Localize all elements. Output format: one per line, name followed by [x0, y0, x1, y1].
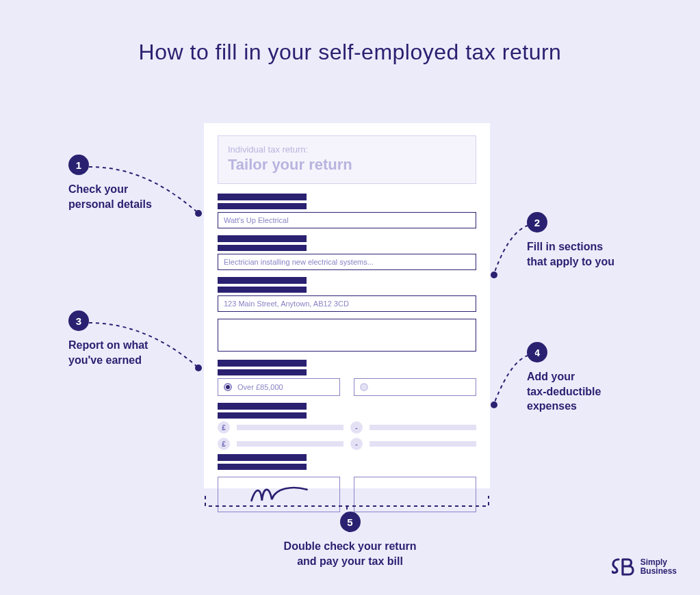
amount-bar: [370, 441, 476, 447]
svg-point-1: [195, 365, 202, 371]
page-title: How to fill in your self-employed tax re…: [0, 40, 700, 65]
currency-chip: £: [218, 421, 230, 434]
step-badge: 1: [68, 155, 89, 175]
step-badge: 3: [68, 310, 89, 331]
form-header-title: Tailor your return: [228, 156, 466, 174]
redaction-bar: [218, 454, 307, 461]
brand-logo: Simply Business: [612, 558, 677, 576]
infographic-canvas: How to fill in your self-employed tax re…: [0, 0, 700, 595]
amount-row: £ -: [218, 438, 476, 450]
step-2-callout: 2 Fill in sectionsthat apply to you: [527, 212, 643, 269]
svg-point-2: [491, 272, 497, 278]
redaction-bar: [218, 369, 307, 375]
radio-dot-filled-icon: [224, 383, 232, 391]
redaction-bar: [218, 412, 307, 419]
svg-point-3: [491, 401, 497, 408]
redaction-bar: [218, 403, 307, 410]
radio-option-empty: [354, 378, 476, 396]
redaction-bar: [218, 464, 307, 470]
step-4-callout: 4 Add yourtax-deductibleexpenses: [527, 342, 650, 414]
amount-bar: [237, 441, 343, 447]
signature-box: [218, 477, 340, 512]
step-5-callout: 5 Double check your returnand pay your t…: [0, 512, 700, 568]
redaction-bar: [218, 277, 307, 284]
address-field: 123 Main Street, Anytown, AB12 3CD: [218, 295, 476, 312]
form-header: Individual tax return: Tailor your retur…: [218, 135, 476, 184]
amount-row: £ -: [218, 421, 476, 434]
signature-icon: [248, 482, 310, 507]
radio-option-selected: Over £85,000: [218, 378, 340, 396]
amount-bar: [237, 425, 343, 430]
empty-text-box: [218, 319, 476, 352]
step-badge: 5: [340, 512, 361, 532]
step-text: Check yourpersonal details: [68, 182, 178, 211]
step-3-callout: 3 Report on whatyou've earned: [68, 310, 185, 367]
description-field: Electrician installing new electrical sy…: [218, 254, 476, 270]
redaction-bar: [218, 287, 307, 293]
step-1-callout: 1 Check yourpersonal details: [68, 155, 178, 211]
step-text: Add yourtax-deductibleexpenses: [527, 369, 650, 414]
radio-dot-empty-icon: [360, 383, 368, 391]
brand-initials: [612, 558, 635, 576]
brand-name: Simply Business: [640, 558, 677, 576]
redaction-bar: [218, 203, 307, 209]
radio-label: Over £85,000: [237, 383, 283, 391]
step-badge: 2: [527, 212, 547, 233]
redaction-bar: [218, 360, 307, 367]
currency-chip: £: [218, 438, 230, 450]
business-name-field: Watt's Up Electrical: [218, 212, 476, 228]
form-header-subtitle: Individual tax return:: [228, 144, 466, 155]
amount-bar: [370, 425, 476, 430]
step-text: Double check your returnand pay your tax…: [0, 539, 700, 568]
step-text: Report on whatyou've earned: [68, 338, 185, 367]
minus-chip: -: [350, 421, 363, 434]
tax-return-form: Individual tax return: Tailor your retur…: [204, 123, 490, 488]
minus-chip: -: [350, 438, 363, 450]
svg-point-0: [195, 210, 202, 217]
step-badge: 4: [527, 342, 547, 362]
redaction-bar: [218, 245, 307, 251]
date-box: [354, 477, 476, 512]
step-text: Fill in sectionsthat apply to you: [527, 239, 643, 269]
redaction-bar: [218, 235, 307, 242]
redaction-bar: [218, 194, 307, 200]
